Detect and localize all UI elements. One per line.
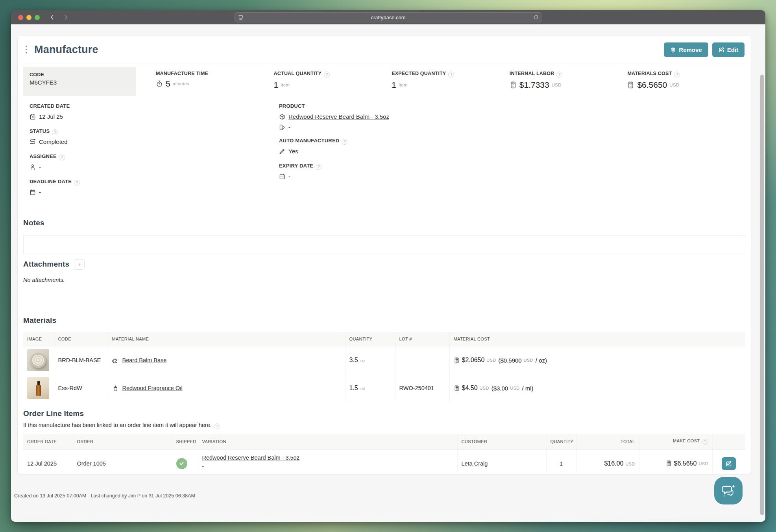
calculator-icon (454, 385, 460, 391)
materials-col-name: MATERIAL NAME (108, 332, 345, 346)
minimize-window-button[interactable] (26, 15, 31, 20)
order-line-items-subtext: If this manufacture has been linked to a… (23, 422, 212, 428)
bottle-icon (112, 385, 119, 392)
detail-created-date: CREATED DATE 12 Jul 25 (30, 103, 279, 121)
zoom-window-button[interactable] (35, 15, 40, 20)
make-cost-currency: USD (698, 461, 708, 466)
material-quantity: 3.5 (349, 357, 358, 363)
material-quantity: 1.5 (349, 385, 358, 391)
detail-label: DEADLINE DATE (30, 179, 72, 184)
orders-col-variation: VARIATION (198, 434, 457, 450)
stat-label: INTERNAL LABOR (510, 71, 554, 76)
help-icon[interactable] (556, 72, 562, 77)
detail-status: STATUS Completed (30, 128, 279, 146)
back-icon[interactable] (49, 14, 55, 20)
order-line-items-table: ORDER DATE ORDER SHIPPED VARIATION CUSTO… (23, 434, 745, 474)
order-line-items-heading: Order Line Items (18, 409, 751, 418)
pencil-icon (279, 148, 285, 155)
variation-link[interactable]: Redwood Reserve Beard Balm - 3.5oz (202, 455, 299, 461)
stat-materials-cost: MATERIALS COST $6.5650 USD (627, 71, 745, 96)
edit-button[interactable]: Edit (712, 42, 745, 57)
address-bar[interactable]: craftybase.com (235, 12, 542, 22)
help-icon[interactable] (702, 439, 708, 445)
stat-unit: USD (552, 83, 562, 87)
help-icon[interactable] (324, 72, 330, 77)
stat-value: 5 (166, 79, 170, 88)
orders-col-order: ORDER (73, 434, 172, 450)
help-icon[interactable] (59, 155, 65, 160)
calculator-icon (454, 357, 460, 363)
detail-label: AUTO MANUFACTURED (279, 138, 339, 144)
stat-label: MATERIALS COST (627, 71, 672, 76)
stat-value: $1.7333 (519, 80, 549, 90)
cost-per-currency: USD (524, 358, 533, 363)
chat-launcher-button[interactable] (714, 477, 743, 504)
stat-unit: minutes (173, 81, 189, 86)
detail-value: Yes (288, 148, 298, 155)
material-unit: oz (360, 358, 366, 363)
order-link[interactable]: Order 1005 (77, 460, 106, 467)
orders-col-customer: CUSTOMER (457, 434, 546, 450)
cost-per-currency: USD (510, 386, 519, 390)
product-link[interactable]: Redwood Reserve Beard Balm - 3.5oz (288, 113, 389, 120)
cost-amount: $2.0650 (462, 357, 485, 364)
help-icon[interactable] (674, 72, 680, 77)
forward-icon[interactable] (63, 14, 69, 20)
shipped-badge (176, 458, 187, 469)
code-label: CODE (30, 72, 129, 77)
help-icon[interactable] (448, 72, 454, 77)
make-cost-amount: $6.5650 (674, 460, 697, 467)
browser-window: craftybase.com Manufacture Remove Edit (11, 10, 765, 522)
check-icon (179, 460, 185, 466)
edit-icon (726, 460, 732, 467)
material-code: BRD-BLM-BASE (54, 346, 108, 374)
notes-input[interactable] (23, 235, 745, 254)
help-icon[interactable] (214, 423, 220, 429)
variation-icon (279, 124, 285, 131)
material-lot: RWO-250401 (395, 374, 449, 402)
edit-button-label: Edit (727, 46, 738, 53)
detail-auto-manufactured: AUTO MANUFACTURED Yes (279, 138, 751, 156)
close-window-button[interactable] (18, 15, 23, 20)
material-thumbnail (27, 349, 49, 371)
edit-order-line-button[interactable] (722, 457, 736, 470)
stat-unit: USD (669, 83, 679, 87)
menu-dots-icon[interactable] (24, 44, 29, 55)
orders-col-total: TOTAL (576, 434, 639, 450)
help-icon[interactable] (74, 180, 80, 186)
stat-unit: item (281, 83, 290, 87)
cost-per-amount: ($0.5900 (498, 357, 521, 364)
detail-value: 12 Jul 25 (39, 113, 63, 120)
order-date: 12 Jul 2025 (23, 450, 73, 474)
add-attachment-button[interactable]: + (74, 259, 85, 270)
order-row: 12 Jul 2025 Order 1005 Redwood Reserve B… (23, 450, 745, 474)
materials-heading: Materials (18, 316, 751, 325)
remove-button-label: Remove (679, 46, 702, 53)
customer-link[interactable]: Leta Craig (462, 460, 488, 467)
help-icon[interactable] (342, 139, 347, 145)
stat-value: $6.5650 (637, 80, 667, 90)
material-thumbnail (27, 377, 49, 399)
scrollbar-thumb[interactable] (760, 75, 764, 515)
reload-icon[interactable] (533, 15, 539, 20)
stat-actual-quantity: ACTUAL QUANTITY 1 item (274, 71, 392, 96)
status-icon (30, 139, 36, 145)
calendar-icon (30, 114, 36, 120)
stat-manufacture-time: MANUFACTURE TIME 5 minutes (156, 71, 274, 96)
remove-button[interactable]: Remove (664, 42, 708, 57)
variation-sub: - (202, 463, 453, 469)
help-icon[interactable] (316, 164, 321, 170)
detail-value: - (288, 173, 290, 180)
page-viewport: Manufacture Remove Edit CODE M6CYFE3 (11, 24, 765, 522)
orders-col-shipped: SHIPPED (172, 434, 198, 450)
cost-currency: USD (486, 358, 496, 363)
cost-per-amount: ($3.00 (491, 385, 508, 392)
cost-currency: USD (480, 386, 489, 390)
material-row: BRD-BLM-BASE Beard Balm Base 3.5oz (23, 346, 745, 374)
materials-col-cost: MATERIAL COST (449, 332, 745, 346)
material-link[interactable]: Redwood Fragrance Oil (122, 385, 183, 391)
material-link[interactable]: Beard Balm Base (122, 357, 167, 363)
stat-label: EXPECTED QUANTITY (392, 71, 446, 76)
detail-product: PRODUCT Redwood Reserve Beard Balm - 3.5… (279, 103, 751, 131)
help-icon[interactable] (52, 129, 58, 135)
